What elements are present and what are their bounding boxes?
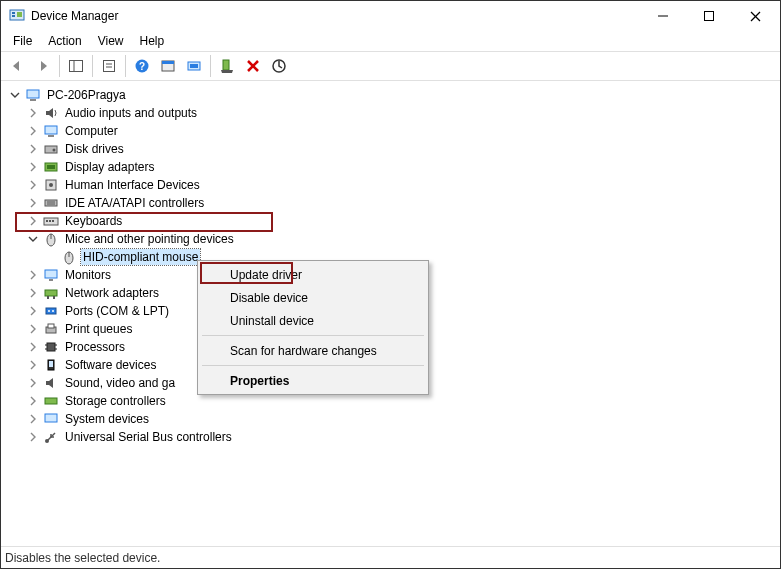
software-device-icon [43,357,59,373]
chevron-right-icon[interactable] [25,357,41,373]
chevron-right-icon[interactable] [25,339,41,355]
device-label: Keyboards [63,213,124,229]
menu-file[interactable]: File [5,32,40,50]
chevron-right-icon[interactable] [25,393,41,409]
chevron-right-icon[interactable] [25,159,41,175]
tree-category-row[interactable]: Computer [5,122,780,140]
context-update-driver[interactable]: Update driver [200,263,426,286]
chevron-right-icon[interactable] [25,195,41,211]
chevron-right-icon[interactable] [25,141,41,157]
show-hide-tree-button[interactable] [64,54,88,78]
tree-category-row[interactable]: Display adapters [5,158,780,176]
device-label: Disk drives [63,141,126,157]
action-button[interactable] [156,54,180,78]
svg-rect-61 [45,398,57,404]
back-button[interactable] [5,54,29,78]
chevron-down-icon[interactable] [25,231,41,247]
speaker-icon [43,105,59,121]
chevron-right-icon[interactable] [25,267,41,283]
device-label: Human Interface Devices [63,177,202,193]
device-label: Network adapters [63,285,161,301]
svg-rect-53 [48,324,54,328]
disable-device-button[interactable] [241,54,265,78]
close-button[interactable] [732,1,778,31]
tree-category-row[interactable]: Keyboards [5,212,780,230]
device-label: IDE ATA/ATAPI controllers [63,195,206,211]
svg-rect-62 [45,414,57,422]
svg-rect-5 [705,12,714,21]
tree-category-row[interactable]: Audio inputs and outputs [5,104,780,122]
context-disable-device[interactable]: Disable device [200,286,426,309]
svg-rect-16 [162,61,174,64]
context-uninstall-device[interactable]: Uninstall device [200,309,426,332]
device-label: Processors [63,339,127,355]
enable-device-button[interactable] [215,54,239,78]
svg-rect-38 [49,220,51,222]
chevron-right-icon[interactable] [25,123,41,139]
chevron-right-icon[interactable] [25,375,41,391]
svg-point-51 [52,310,54,312]
device-label: Software devices [63,357,158,373]
title-bar: Device Manager [1,1,780,31]
chevron-right-icon[interactable] [25,429,41,445]
chevron-right-icon[interactable] [25,411,41,427]
app-icon [9,8,25,24]
svg-text:?: ? [139,61,145,72]
keyboard-icon [43,213,59,229]
toolbar-separator [210,55,211,77]
context-properties[interactable]: Properties [200,369,426,392]
minimize-button[interactable] [640,1,686,31]
printer-icon [43,321,59,337]
chevron-right-icon[interactable] [25,213,41,229]
device-label: Ports (COM & LPT) [63,303,171,319]
svg-rect-24 [30,99,36,101]
svg-rect-30 [47,165,55,169]
chevron-right-icon[interactable] [25,321,41,337]
device-label: System devices [63,411,151,427]
device-label: Universal Serial Bus controllers [63,429,234,445]
svg-rect-60 [49,361,53,367]
tree-category-row[interactable]: Disk drives [5,140,780,158]
device-label: Display adapters [63,159,156,175]
tree-category-row[interactable]: Universal Serial Bus controllers [5,428,780,446]
context-scan-hardware[interactable]: Scan for hardware changes [200,339,426,362]
disk-icon [43,141,59,157]
toolbar: ? [1,51,780,81]
chevron-right-icon[interactable] [25,303,41,319]
svg-rect-19 [223,60,229,70]
svg-rect-26 [48,135,54,137]
toolbar-separator [125,55,126,77]
svg-rect-39 [52,220,54,222]
mouse-icon [61,249,77,265]
tree-category-row-mice[interactable]: Mice and other pointing devices [5,230,780,248]
menu-view[interactable]: View [90,32,132,50]
device-label: Computer [63,123,120,139]
tree-category-row[interactable]: Human Interface Devices [5,176,780,194]
chevron-right-icon[interactable] [25,177,41,193]
tree-root-row[interactable]: PC-206Pragya [5,86,780,104]
update-driver-button[interactable] [267,54,291,78]
help-button[interactable]: ? [130,54,154,78]
context-menu: Update driver Disable device Uninstall d… [197,260,429,395]
properties-button[interactable] [97,54,121,78]
maximize-button[interactable] [686,1,732,31]
device-label: PC-206Pragya [45,87,128,103]
hid-icon [43,177,59,193]
svg-rect-44 [45,270,57,278]
status-text: Disables the selected device. [5,551,160,565]
device-label: Audio inputs and outputs [63,105,199,121]
chevron-right-icon[interactable] [25,105,41,121]
window-title: Device Manager [31,9,640,23]
scan-hardware-button[interactable] [182,54,206,78]
menu-action[interactable]: Action [40,32,89,50]
svg-rect-33 [45,200,57,206]
forward-button[interactable] [31,54,55,78]
tree-category-row[interactable]: System devices [5,410,780,428]
svg-point-28 [53,149,56,152]
menu-help[interactable]: Help [132,32,173,50]
chevron-right-icon[interactable] [25,285,41,301]
chevron-down-icon[interactable] [7,87,23,103]
network-icon [43,285,59,301]
svg-rect-25 [45,126,57,134]
tree-category-row[interactable]: IDE ATA/ATAPI controllers [5,194,780,212]
